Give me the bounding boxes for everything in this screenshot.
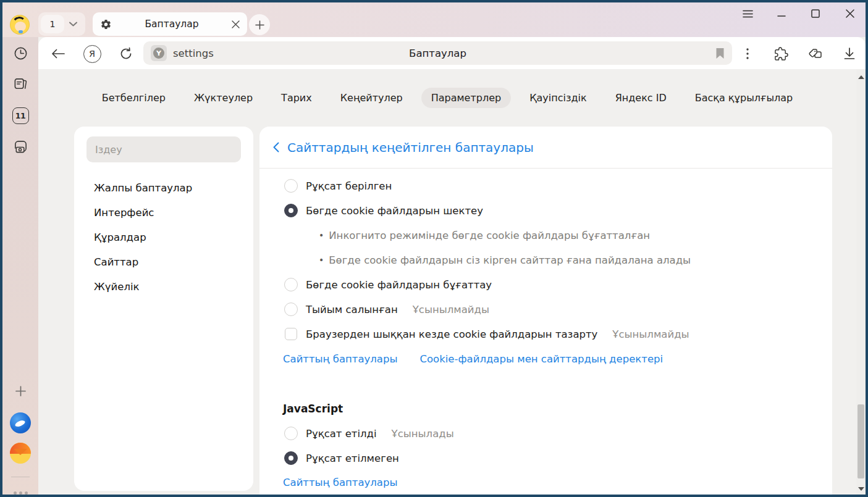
add-panel-icon[interactable]: [2, 380, 38, 402]
radio-js-allowed[interactable]: [284, 427, 298, 440]
option-cookies-allowed[interactable]: Рұқсат берілген: [284, 173, 817, 198]
tab-bookmarks[interactable]: Бетбелгілер: [92, 88, 175, 108]
url-text[interactable]: settings: [173, 48, 214, 59]
tab-panel-counter[interactable]: 11: [2, 104, 38, 127]
radio-js-not-allowed[interactable]: [284, 451, 298, 465]
rail-more-icon[interactable]: [2, 482, 38, 497]
tab-title: Баптаулар: [112, 19, 232, 30]
tab-count-badge[interactable]: 1: [41, 15, 64, 33]
tab-strip: 1 Баптаулар: [2, 2, 866, 37]
menu-icon[interactable]: [739, 6, 756, 22]
page-scrollbar[interactable]: [856, 69, 866, 495]
radio-cookies-allowed[interactable]: [284, 179, 298, 193]
tab-extensions[interactable]: Кеңейтулер: [331, 88, 413, 108]
settings-nav-tabs: Бетбелгілер Жүктеулер Тарих Кеңейтулер П…: [38, 87, 856, 108]
yandex-browser-logo[interactable]: [2, 412, 38, 434]
downloads-icon[interactable]: [840, 44, 859, 63]
settings-sidebar: Жалпы баптаулар Интерфейс Құралдар Сайтт…: [74, 127, 253, 491]
cookie-data-link[interactable]: Cookie-файлдары мен сайттардың деректері: [419, 353, 663, 365]
section-header: Сайттардың кеңейтілген баптаулары: [259, 127, 832, 169]
site-favicon: Y: [151, 45, 167, 61]
tab-close-icon[interactable]: [232, 20, 240, 28]
scroll-down-icon[interactable]: [858, 487, 864, 491]
search-input[interactable]: [86, 136, 241, 162]
collections-icon[interactable]: [806, 44, 824, 63]
radio-cookies-block[interactable]: [284, 278, 298, 291]
sidebar-item-interface[interactable]: Интерфейс: [94, 200, 154, 225]
scroll-up-icon[interactable]: [858, 75, 864, 79]
tab-groups-control[interactable]: 1: [38, 12, 85, 36]
radio-cookies-restrict[interactable]: [284, 204, 298, 217]
new-tab-button[interactable]: [249, 14, 270, 35]
site-settings-link[interactable]: Сайттың баптаулары: [283, 477, 397, 488]
option-js-allowed[interactable]: Рұқсат етілді Ұсынылады: [284, 421, 817, 446]
history-icon[interactable]: [2, 42, 38, 64]
sidebar-item-tools[interactable]: Құралдар: [94, 225, 146, 249]
option-cookies-forbidden[interactable]: Тыйым салынған Ұсынылмайды: [284, 297, 817, 322]
back-icon[interactable]: [49, 44, 67, 63]
bookmark-icon[interactable]: [715, 48, 725, 59]
settings-main-panel: Сайттардың кеңейтілген баптаулары Рұқсат…: [259, 127, 832, 495]
address-bar[interactable]: Y settings Баптаулар: [143, 41, 732, 65]
javascript-heading: JavaScript: [283, 403, 343, 415]
yandex-mail-logo[interactable]: [2, 442, 38, 464]
sidebar-item-general[interactable]: Жалпы баптаулар: [94, 175, 192, 200]
back-chevron-icon[interactable]: [273, 142, 279, 152]
sidebar-item-sites[interactable]: Сайттар: [94, 249, 138, 274]
tab-history[interactable]: Тарих: [271, 88, 322, 108]
site-settings-link[interactable]: Сайттың баптаулары: [283, 353, 397, 365]
tab-other-devices[interactable]: Басқа құрылғылар: [685, 88, 803, 108]
option-js-not-allowed[interactable]: Рұқсат етілмеген: [284, 446, 817, 470]
not-recommended-note: Ұсынылмайды: [612, 328, 689, 340]
not-recommended-note: Ұсынылмайды: [413, 304, 489, 315]
active-tab[interactable]: Баптаулар: [93, 12, 247, 36]
checkbox-clear-on-exit[interactable]: [285, 328, 297, 340]
rail-divider: [11, 477, 30, 477]
javascript-section: JavaScript: [283, 396, 817, 421]
js-links-row: Сайттың баптаулары: [283, 470, 817, 495]
cookies-links-row: Сайттың баптаулары Cookie-файлдары мен с…: [283, 346, 817, 371]
recommended-note: Ұсынылады: [392, 428, 454, 440]
screenshot-icon[interactable]: [2, 135, 38, 157]
page-title: Сайттардың кеңейтілген баптаулары: [287, 140, 534, 155]
refresh-icon[interactable]: [117, 44, 135, 63]
option-cookies-block[interactable]: Бөгде cookie файлдарын бұғаттау: [284, 272, 817, 297]
tab-downloads[interactable]: Жүктеулер: [184, 88, 263, 108]
scrollbar-thumb[interactable]: [857, 404, 864, 478]
sidebar-item-system[interactable]: Жүйелік: [94, 274, 140, 299]
address-bar-page-title: Баптаулар: [143, 48, 732, 59]
yandex-home-icon[interactable]: Я: [83, 44, 101, 63]
avatar-bow: [19, 30, 23, 33]
kebab-menu-icon[interactable]: [738, 44, 757, 63]
radio-cookies-forbidden[interactable]: [284, 303, 298, 316]
maximize-icon[interactable]: [807, 6, 824, 22]
extensions-icon[interactable]: [772, 44, 790, 63]
minimize-icon[interactable]: [773, 6, 790, 22]
restrict-detail-2: •Бөгде cookie файлдарын сіз кірген сайтт…: [319, 248, 817, 272]
tab-settings[interactable]: Параметрлер: [421, 88, 511, 108]
tab-yandex-id[interactable]: Яндекс ID: [605, 88, 676, 108]
option-cookies-restrict[interactable]: Бөгде cookie файлдарын шектеу: [284, 198, 817, 223]
close-icon[interactable]: [842, 6, 858, 22]
profile-avatar[interactable]: [10, 15, 30, 35]
notes-icon[interactable]: [2, 73, 38, 95]
browser-window: 1 Баптаулар: [0, 0, 868, 497]
gear-icon: [100, 19, 112, 30]
restrict-detail-1: •Инкогнито режимінде бөгде cookie файлда…: [319, 223, 817, 248]
option-clear-cookies-on-exit[interactable]: Браузерден шыққан кезде cookie файлдарын…: [284, 322, 817, 346]
tab-security[interactable]: Қауіпсіздік: [520, 88, 596, 108]
chevron-down-icon: [69, 22, 77, 27]
